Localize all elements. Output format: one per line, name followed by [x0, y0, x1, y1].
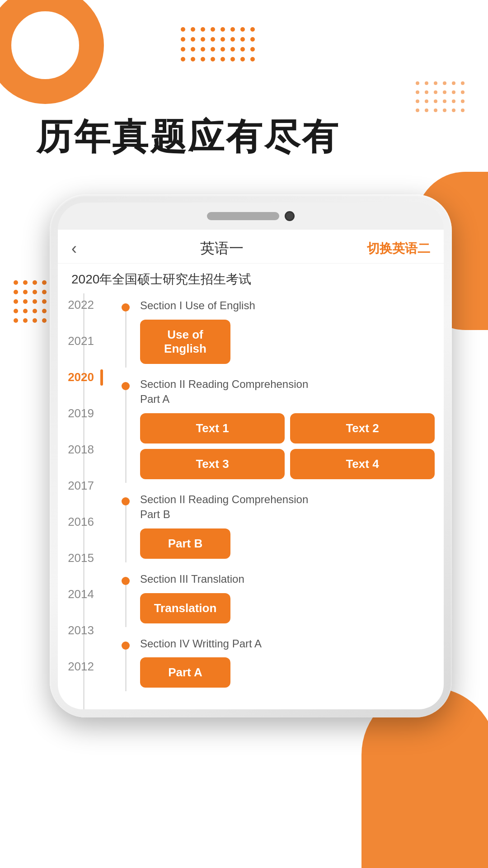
tl-line-1	[125, 311, 127, 368]
section-use-of-english: Section I Use of English Use of English	[117, 298, 435, 368]
year-item-2020[interactable]: 2020	[67, 366, 103, 402]
section-5-buttons: Part A	[140, 657, 230, 688]
year-item-2022[interactable]: 2022	[67, 293, 103, 330]
tl-line-2	[125, 390, 127, 483]
year-item-2017[interactable]: 2017	[67, 474, 103, 510]
exam-subtitle: 2020年全国硕士研究生招生考试	[58, 264, 444, 293]
year-label-2015: 2015	[68, 551, 94, 565]
phone-speaker	[207, 212, 279, 220]
year-label-2022: 2022	[68, 298, 94, 312]
year-item-2015[interactable]: 2015	[67, 547, 103, 583]
year-label-2017: 2017	[68, 479, 94, 493]
tl-dot-2	[122, 382, 130, 390]
phone-screen: ‹ 英语一 切换英语二 2020年全国硕士研究生招生考试 2022 2021	[58, 230, 444, 709]
section-2-content: Section II Reading ComprehensionPart A T…	[135, 377, 435, 483]
phone-mockup: ‹ 英语一 切换英语二 2020年全国硕士研究生招生考试 2022 2021	[50, 194, 452, 717]
year-label-2021: 2021	[68, 334, 94, 348]
content-area: 2022 2021 2020 2019 2018	[58, 293, 444, 709]
section-4-label: Section III Translation	[140, 571, 435, 587]
tl-dot-col-2	[117, 377, 135, 483]
section-2-buttons: Text 1 Text 2 Text 3 Text 4	[140, 413, 435, 479]
tl-line-5	[125, 650, 127, 692]
phone-outer-frame: ‹ 英语一 切换英语二 2020年全国硕士研究生招生考试 2022 2021	[50, 194, 452, 717]
section-reading-part-b: Section II Reading ComprehensionPart B P…	[117, 492, 435, 562]
section-4-buttons: Translation	[140, 593, 230, 623]
phone-camera	[285, 211, 295, 221]
year-active-bar	[100, 369, 103, 386]
tl-dot-5	[122, 642, 130, 650]
year-label-2018: 2018	[68, 443, 94, 457]
tl-line-3	[125, 505, 127, 562]
year-item-2016[interactable]: 2016	[67, 510, 103, 547]
section-writing-part-a: Section IV Writting Part A Part A	[117, 636, 435, 692]
sections-content: Section I Use of English Use of English	[112, 293, 444, 709]
bg-dots-right-mid	[416, 81, 465, 113]
section-row-4: Section III Translation Translation	[117, 571, 435, 627]
year-item-2013[interactable]: 2013	[67, 619, 103, 655]
section-row-3: Section II Reading ComprehensionPart B P…	[117, 492, 435, 562]
section-row-2: Section II Reading ComprehensionPart A T…	[117, 377, 435, 483]
tl-dot-1	[122, 303, 130, 311]
year-item-2014[interactable]: 2014	[67, 583, 103, 619]
bg-dots-top-center	[181, 27, 256, 62]
year-label-2016: 2016	[68, 515, 94, 529]
section-2-label: Section II Reading ComprehensionPart A	[140, 377, 435, 407]
year-label-2013: 2013	[68, 623, 94, 637]
timeline-sidebar: 2022 2021 2020 2019 2018	[58, 293, 112, 709]
tl-dot-3	[122, 497, 130, 505]
main-title: 历年真题应有尽有	[36, 113, 340, 162]
tl-dot-col-5	[117, 636, 135, 692]
text3-button[interactable]: Text 3	[140, 449, 285, 479]
year-label-2014: 2014	[68, 587, 94, 601]
section-translation: Section III Translation Translation	[117, 571, 435, 627]
tl-dot-col-4	[117, 571, 135, 627]
switch-button[interactable]: 切换英语二	[367, 240, 430, 257]
section-5-content: Section IV Writting Part A Part A	[135, 636, 435, 692]
section-1-label: Section I Use of English	[140, 298, 435, 313]
section-row-1: Section I Use of English Use of English	[117, 298, 435, 368]
tl-line-4	[125, 585, 127, 627]
text1-button[interactable]: Text 1	[140, 413, 285, 443]
section-3-content: Section II Reading ComprehensionPart B P…	[135, 492, 435, 562]
year-item-2019[interactable]: 2019	[67, 402, 103, 438]
text2-button[interactable]: Text 2	[290, 413, 435, 443]
year-label-2020: 2020	[68, 370, 94, 384]
section-1-buttons: Use of English	[140, 320, 230, 364]
section-1-content: Section I Use of English Use of English	[135, 298, 435, 368]
part-b-button[interactable]: Part B	[140, 528, 230, 559]
tl-dot-col-3	[117, 492, 135, 562]
text4-button[interactable]: Text 4	[290, 449, 435, 479]
section-reading-part-a: Section II Reading ComprehensionPart A T…	[117, 377, 435, 483]
tl-dot-4	[122, 577, 130, 585]
year-label-2012: 2012	[68, 660, 94, 674]
section-3-label: Section II Reading ComprehensionPart B	[140, 492, 435, 522]
screen-header: ‹ 英语一 切换英语二	[58, 230, 444, 264]
screen-title: 英语一	[200, 239, 244, 259]
translation-button[interactable]: Translation	[140, 593, 230, 623]
section-row-5: Section IV Writting Part A Part A	[117, 636, 435, 692]
section-5-label: Section IV Writting Part A	[140, 636, 435, 651]
year-item-2021[interactable]: 2021	[67, 330, 103, 366]
tl-dot-col-1	[117, 298, 135, 368]
use-of-english-button[interactable]: Use of English	[140, 320, 230, 364]
year-item-2012[interactable]: 2012	[67, 655, 103, 691]
section-3-buttons: Part B	[140, 528, 230, 559]
phone-notch	[58, 203, 444, 230]
year-item-2018[interactable]: 2018	[67, 438, 103, 474]
back-button[interactable]: ‹	[71, 239, 77, 258]
bg-circle-top-left	[0, 0, 104, 104]
part-a-button[interactable]: Part A	[140, 657, 230, 688]
section-4-content: Section III Translation Translation	[135, 571, 435, 627]
year-label-2019: 2019	[68, 406, 94, 420]
